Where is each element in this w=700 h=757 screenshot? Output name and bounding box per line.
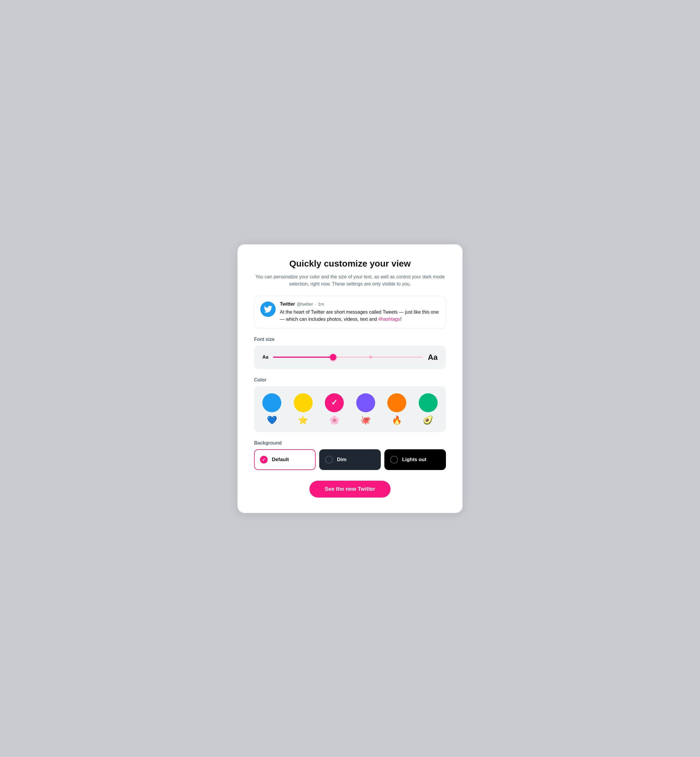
color-circle-blue (262, 393, 281, 412)
font-size-control: Aa Aa (254, 346, 446, 369)
slider-thumb[interactable] (330, 354, 336, 360)
color-emoji-green: 🥑 (423, 415, 433, 425)
font-size-label: Font size (254, 337, 446, 342)
color-control: 💙 ⭐ 🌸 🐙 🔥 🥑 (254, 386, 446, 432)
color-label: Color (254, 377, 446, 383)
tweet-text: At the heart of Twitter are short messag… (280, 309, 440, 323)
slider-track (273, 357, 423, 358)
background-section: Background Default Dim Lights out (254, 440, 446, 470)
bg-option-dim[interactable]: Dim (319, 449, 381, 470)
tweet-content: Twitter @twitter · 1m At the heart of Tw… (280, 302, 440, 323)
bg-radio-lights-out (390, 456, 398, 463)
tweet-dot: · (315, 302, 316, 307)
tweet-time: 1m (318, 302, 324, 307)
font-small-label: Aa (262, 355, 268, 360)
font-size-slider[interactable] (273, 354, 423, 360)
color-option-yellow[interactable]: ⭐ (294, 393, 313, 425)
bg-radio-default (260, 456, 268, 463)
color-option-blue[interactable]: 💙 (262, 393, 281, 425)
tweet-preview: Twitter @twitter · 1m At the heart of Tw… (254, 296, 446, 328)
cta-button[interactable]: See the new Twitter (309, 481, 391, 497)
color-circle-green (419, 393, 438, 412)
background-control: Default Dim Lights out (254, 449, 446, 470)
color-option-purple[interactable]: 🐙 (356, 393, 375, 425)
color-circle-purple (356, 393, 375, 412)
tweet-text-part1: At the heart of Twitter are short messag… (280, 310, 439, 322)
cta-container: See the new Twitter (254, 481, 446, 497)
color-circle-pink (325, 393, 344, 412)
color-emoji-blue: 💙 (267, 415, 277, 425)
tweet-handle: @twitter (297, 302, 313, 307)
customize-modal: Quickly customize your view You can pers… (238, 244, 462, 513)
color-section: Color 💙 ⭐ 🌸 🐙 🔥 (254, 377, 446, 432)
tweet-hashtag: #hashtags (378, 317, 400, 322)
bg-option-lights-out[interactable]: Lights out (384, 449, 446, 470)
color-circle-yellow (294, 393, 313, 412)
modal-subtitle: You can personalize your color and the s… (254, 274, 446, 288)
color-option-green[interactable]: 🥑 (419, 393, 438, 425)
twitter-bird-icon (264, 305, 272, 314)
bg-option-default[interactable]: Default (254, 449, 316, 470)
background-label: Background (254, 440, 446, 446)
color-emoji-yellow: ⭐ (298, 415, 308, 425)
modal-title: Quickly customize your view (254, 258, 446, 269)
tweet-avatar (260, 302, 276, 317)
bg-label-lights-out: Lights out (402, 457, 427, 463)
bg-label-dim: Dim (337, 457, 347, 463)
color-circle-orange (387, 393, 406, 412)
color-emoji-orange: 🔥 (392, 415, 402, 425)
tweet-name: Twitter (280, 302, 295, 307)
font-size-section: Font size Aa Aa (254, 337, 446, 369)
tweet-text-part2: ! (400, 317, 401, 322)
font-large-label: Aa (428, 353, 438, 362)
bg-radio-dim (325, 456, 333, 463)
color-emoji-purple: 🐙 (360, 415, 371, 425)
bg-label-default: Default (272, 457, 289, 463)
tweet-header: Twitter @twitter · 1m (280, 302, 440, 307)
color-option-pink[interactable]: 🌸 (325, 393, 344, 425)
color-emoji-pink: 🌸 (329, 415, 340, 425)
color-option-orange[interactable]: 🔥 (387, 393, 406, 425)
slider-tick (369, 356, 372, 359)
